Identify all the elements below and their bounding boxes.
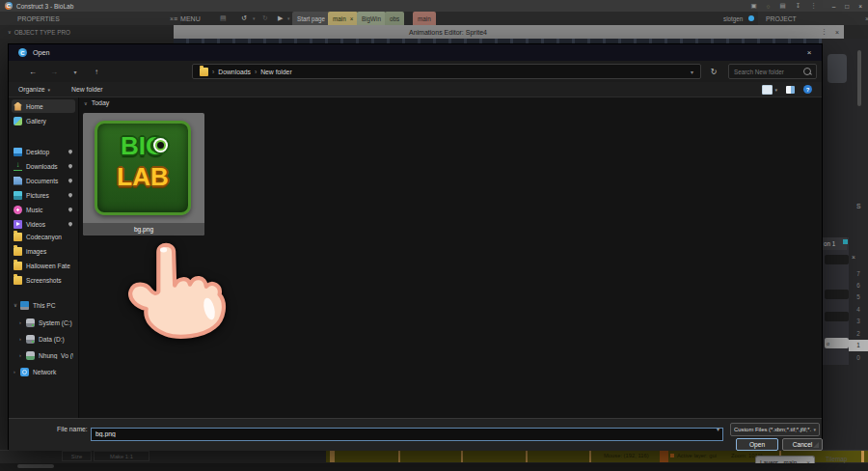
sidebar-item-data-d[interactable]: › Data (D:)	[12, 332, 75, 346]
search-input[interactable]	[729, 69, 803, 75]
tab-close-icon[interactable]: ×	[350, 15, 354, 22]
open-button[interactable]: Open	[736, 438, 778, 451]
tab-obs[interactable]: obs	[385, 12, 404, 25]
pin-icon	[68, 222, 73, 227]
download-icon[interactable]: ↧	[796, 2, 800, 10]
undo-icon[interactable]: ↺	[241, 12, 247, 25]
sidebar-item-system-c[interactable]: › System (C:)	[12, 316, 75, 329]
sidebar-item-videos[interactable]: Videos	[12, 217, 75, 231]
drive-icon	[26, 319, 35, 327]
redo-icon[interactable]: ↻	[262, 12, 268, 25]
sidebar-item-halloween-fate[interactable]: Halloween Fate	[12, 259, 75, 272]
address-bar[interactable]: › Downloads › New folder ▾	[192, 64, 701, 79]
file-name-input[interactable]	[91, 428, 723, 441]
sidebar-item-desktop[interactable]: Desktop	[12, 145, 75, 158]
key-icon[interactable]: ○	[767, 3, 771, 10]
frame-thumb[interactable]	[825, 255, 849, 264]
help-icon[interactable]: ?	[803, 85, 812, 94]
animations-close-icon[interactable]: ×	[835, 29, 839, 36]
forward-icon[interactable]: →	[47, 61, 61, 82]
group-header-today[interactable]: ∨ Today	[84, 99, 109, 106]
resize-grip[interactable]	[813, 442, 819, 448]
selected-frame-thumb[interactable]: o	[825, 338, 849, 348]
organize-button[interactable]: Organize ▾	[18, 86, 50, 93]
h-scrollbar-thumb[interactable]	[17, 464, 54, 468]
project-panel-header: PROJECT ×	[758, 12, 868, 25]
slotgen-icon	[748, 15, 754, 21]
chevron-down-icon: ▾	[774, 87, 777, 93]
maximize-button[interactable]: □	[845, 3, 849, 10]
play-dropdown-icon[interactable]: ▾	[287, 12, 290, 25]
tab-start-page[interactable]: Start page	[292, 12, 330, 25]
file-name-field-label: File name:	[57, 426, 88, 432]
desktop-icon	[14, 148, 22, 156]
sidebar-item-pictures[interactable]: Pictures	[12, 188, 75, 202]
up-icon[interactable]: ↑	[90, 61, 103, 82]
sidebar-item-downloads[interactable]: ↓ Downloads	[12, 159, 75, 173]
close-button[interactable]: ×	[858, 3, 862, 10]
minimize-button[interactable]: –	[832, 3, 836, 10]
breadcrumb-new-folder[interactable]: New folder	[260, 69, 292, 75]
sidebar-item-screenshots[interactable]: Screenshots	[12, 273, 75, 287]
size-button[interactable]: Size	[62, 451, 92, 461]
save-icon[interactable]: ▤	[780, 2, 786, 10]
new-folder-button[interactable]: New folder	[71, 86, 103, 93]
breadcrumb-downloads[interactable]: Downloads	[218, 69, 251, 75]
view-mode-button[interactable]: ▾	[762, 85, 777, 95]
preview-pane-icon[interactable]	[786, 86, 795, 94]
tab-bigwin[interactable]: BigWin	[357, 12, 386, 25]
make-1-1-button[interactable]: Make 1:1	[94, 451, 149, 461]
play-icon[interactable]: ▶	[278, 12, 283, 25]
panel-close-icon[interactable]: ×	[852, 254, 855, 261]
project-panel-widget	[827, 54, 847, 83]
collapse-icon[interactable]: ›	[19, 336, 26, 342]
file-name-field: ▾	[91, 423, 723, 436]
pin-icon	[68, 150, 73, 154]
sidebar-item-codecanyon[interactable]: Codecanyon	[12, 230, 75, 243]
crumb-separator: ›	[255, 69, 257, 75]
collapse-icon[interactable]: ›	[14, 369, 20, 374]
animations-editor-title: Animations Editor: Sprite4	[409, 29, 487, 36]
undo-dropdown-icon[interactable]: ▾	[253, 12, 256, 25]
animations-kebab-icon[interactable]: ⋮	[821, 28, 827, 36]
save-project-icon[interactable]: ▤	[220, 12, 227, 25]
drive-icon	[26, 335, 35, 344]
home-icon	[14, 102, 22, 111]
object-type-properties-header[interactable]: ∨ OBJECT TYPE PRO	[8, 25, 70, 39]
active-layer: Active layer: gui	[677, 453, 717, 458]
collapse-icon[interactable]: ›	[19, 352, 26, 358]
search-icon[interactable]	[803, 68, 811, 75]
address-dropdown-icon[interactable]: ▾	[691, 69, 693, 75]
clipboard-icon[interactable]: ▣	[750, 2, 756, 10]
back-icon[interactable]: ←	[26, 61, 40, 82]
sidebar-item-images[interactable]: images	[12, 244, 75, 258]
animations-editor-titlebar: Animations Editor: Sprite4 ⋮ ×	[174, 25, 844, 39]
sidebar-item-nhung-vo[interactable]: › Nhung_Vo (\\192.	[12, 348, 75, 362]
sidebar-item-this-pc[interactable]: ∨ This PC	[12, 298, 75, 312]
sidebar-item-gallery[interactable]: Gallery	[12, 114, 75, 127]
recent-locations-icon[interactable]: ▾	[68, 61, 82, 82]
tilemap-tab[interactable]: Tilemap	[826, 456, 847, 462]
sidebar-item-home[interactable]: Home	[12, 99, 75, 113]
frame-thumb[interactable]	[825, 312, 849, 321]
refresh-icon[interactable]: ↻	[707, 61, 720, 82]
more-menu-icon[interactable]: ⋮	[810, 2, 817, 10]
biolab-logo: BIO LAB	[95, 121, 191, 215]
pin-icon	[68, 164, 73, 169]
file-tile-bg-png[interactable]: BIO LAB bg.png	[83, 113, 204, 236]
sidebar-item-music[interactable]: Music	[12, 203, 75, 216]
file-type-select[interactable]: Custom Files (*.xbm;*.tif;*.jfif;*. ▾	[730, 423, 820, 436]
scrollbar-thumb[interactable]	[857, 50, 861, 106]
menu-icon: ≡	[174, 15, 177, 22]
frame-thumb[interactable]	[825, 290, 849, 299]
file-name-dropdown-icon[interactable]: ▾	[717, 426, 719, 432]
menu-button[interactable]: ≡ MENU	[174, 12, 201, 25]
collapse-icon[interactable]: ›	[19, 319, 26, 325]
tab-main-2[interactable]: main	[413, 12, 436, 25]
folder-icon	[14, 233, 22, 241]
dialog-close-button[interactable]: ×	[797, 44, 822, 61]
expand-icon[interactable]: ∨	[14, 302, 20, 308]
sidebar-item-documents[interactable]: Documents	[12, 174, 75, 187]
sidebar-item-network[interactable]: › Network	[12, 365, 75, 378]
tab-main-active[interactable]: main ×	[328, 12, 358, 25]
